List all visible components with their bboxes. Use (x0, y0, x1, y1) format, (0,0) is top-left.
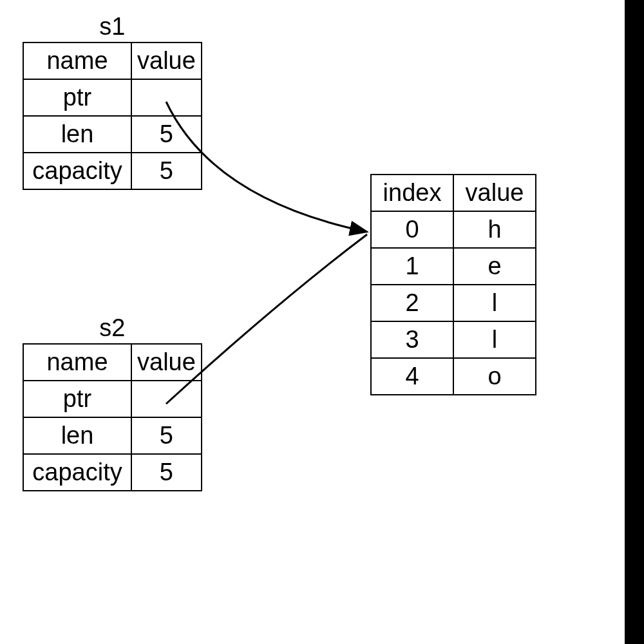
cell-name: len (23, 417, 131, 454)
table-row: ptr (23, 381, 202, 417)
cell-value (131, 79, 202, 116)
table-row: capacity 5 (23, 153, 202, 189)
cell-name: ptr (23, 381, 131, 417)
table-row: 0 h (371, 211, 536, 248)
table-row: capacity 5 (23, 454, 202, 491)
cell-index: 2 (371, 285, 453, 321)
table-row: len 5 (23, 116, 202, 153)
cell-value: 5 (131, 417, 202, 454)
cell-value: e (453, 248, 536, 285)
table-row: 1 e (371, 248, 536, 285)
s1-table: name value ptr len 5 capacity 5 (23, 42, 202, 190)
header-value: value (131, 344, 202, 381)
s2-table: name value ptr len 5 capacity 5 (23, 343, 202, 491)
header-name: name (23, 43, 131, 79)
heap-table: index value 0 h 1 e 2 l 3 l 4 o (370, 174, 536, 395)
header-index: index (371, 175, 453, 211)
cell-name: capacity (23, 153, 131, 189)
table-row: 3 l (371, 321, 536, 358)
table-header-row: name value (23, 344, 202, 381)
cell-name: len (23, 116, 131, 153)
table-row: 4 o (371, 358, 536, 395)
table-header-row: name value (23, 43, 202, 79)
table-row: len 5 (23, 417, 202, 454)
cell-index: 1 (371, 248, 453, 285)
header-value: value (453, 175, 536, 211)
header-value: value (131, 43, 202, 79)
s1-block: s1 name value ptr len 5 capacity 5 (23, 13, 202, 190)
table-header-row: index value (371, 175, 536, 211)
table-row: 2 l (371, 285, 536, 321)
s2-block: s2 name value ptr len 5 capacity 5 (23, 314, 202, 491)
cell-value: 5 (131, 454, 202, 491)
cell-name: capacity (23, 454, 131, 491)
cell-value: 5 (131, 153, 202, 189)
cell-index: 4 (371, 358, 453, 395)
cell-value: l (453, 285, 536, 321)
cell-value: h (453, 211, 536, 248)
heap-block: index value 0 h 1 e 2 l 3 l 4 o (370, 174, 536, 395)
cell-value (131, 381, 202, 417)
diagram-container: s1 name value ptr len 5 capacity 5 s2 (0, 0, 644, 644)
cell-value: o (453, 358, 536, 395)
header-name: name (23, 344, 131, 381)
s2-title: s2 (23, 314, 202, 342)
table-row: ptr (23, 79, 202, 116)
s1-title: s1 (23, 13, 202, 41)
right-black-bar (625, 0, 644, 644)
cell-value: 5 (131, 116, 202, 153)
cell-index: 0 (371, 211, 453, 248)
cell-value: l (453, 321, 536, 358)
cell-index: 3 (371, 321, 453, 358)
cell-name: ptr (23, 79, 131, 116)
